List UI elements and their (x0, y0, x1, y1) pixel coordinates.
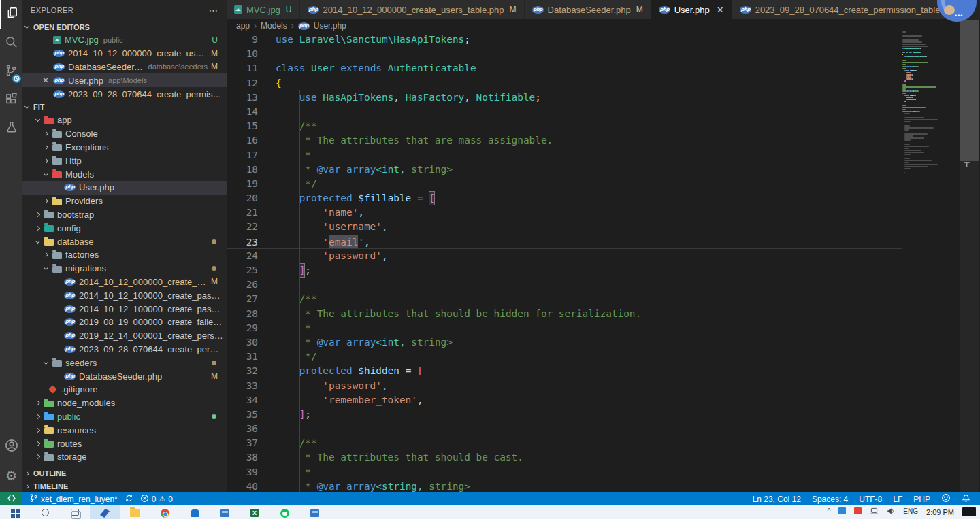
start-button[interactable] (0, 505, 30, 519)
tree-item-2019-08-19-000000-create-failed-jobs-tabl[interactable]: 2019_08_19_000000_create_failed_jobs_tab… (22, 316, 227, 329)
code-line-37[interactable]: 37 /** (227, 436, 902, 450)
taskbar-search-button[interactable] (30, 505, 60, 519)
code-line-38[interactable]: 38 * The attributes that should be cast. (227, 450, 902, 465)
code-line-29[interactable]: 29 * (227, 321, 902, 335)
tree-item-resources[interactable]: resources (22, 423, 227, 437)
code-line-27[interactable]: 27 /** (227, 292, 902, 306)
code-line-23[interactable]: 23 'email', (227, 235, 902, 249)
search-activity-button[interactable] (0, 29, 22, 57)
breadcrumb-file[interactable]: User.php (314, 21, 346, 31)
explorer-more-actions-icon[interactable]: ⋯ (209, 5, 218, 16)
code-line-21[interactable]: 21 'name', (227, 205, 902, 220)
tree-item-config[interactable]: config (22, 221, 227, 235)
timeline-section-header[interactable]: TIMELINE (22, 480, 227, 492)
blue-drop-app-button[interactable] (180, 505, 210, 519)
code-line-39[interactable]: 39 * (227, 465, 902, 480)
code-line-19[interactable]: 19 */ (227, 177, 902, 191)
tree-item-app[interactable]: app (22, 114, 227, 127)
code-line-40[interactable]: 40 * @var array<string, string> (227, 480, 902, 492)
code-line-11[interactable]: 11class User extends Authenticatable (227, 61, 902, 76)
source-control-activity-button[interactable] (0, 57, 22, 86)
tree-item-http[interactable]: Http (22, 154, 227, 167)
tray-red-app-icon[interactable] (854, 507, 862, 514)
extensions-activity-button[interactable] (0, 86, 22, 114)
tab-user-php[interactable]: User.php✕ (651, 0, 732, 19)
tree-item-2023-09-28-070644-create-permission-tab[interactable]: 2023_09_28_070644_create_permission_tab.… (22, 343, 227, 356)
tree-item-models[interactable]: Models (22, 167, 227, 181)
feedback-smiley-icon[interactable] (941, 493, 951, 505)
file-explorer-button[interactable] (120, 505, 150, 519)
task-view-button[interactable] (60, 505, 90, 519)
outline-section-header[interactable]: OUTLINE (22, 467, 227, 480)
folder-root-section-header[interactable]: FIT (22, 101, 227, 114)
code-line-9[interactable]: 9use Laravel\Sanctum\HasApiTokens; (227, 33, 902, 47)
testing-activity-button[interactable] (0, 114, 22, 143)
clock[interactable]: 2:09 PM (926, 508, 954, 516)
code-line-36[interactable]: 36 (227, 422, 902, 436)
tree-item-2014-10-12-100000-create-password-reset[interactable]: 2014_10_12_100000_create_password_reset.… (22, 288, 227, 302)
code-line-26[interactable]: 26 (227, 278, 902, 292)
code-line-13[interactable]: 13 use HasApiTokens, HasFactory, Notifia… (227, 90, 902, 105)
input-language-indicator[interactable]: ENG (903, 507, 918, 515)
code-editor[interactable]: 9use Laravel\Sanctum\HasApiTokens;1011cl… (227, 33, 902, 492)
tree-item-exceptions[interactable]: Exceptions (22, 141, 227, 154)
indentation-setting[interactable]: Spaces: 4 (812, 495, 848, 504)
tree-item-2014-10-12-000000-create-users-tab[interactable]: 2014_10_12_000000_create_users_tab...M (22, 275, 227, 289)
remote-indicator[interactable] (0, 492, 22, 505)
code-line-15[interactable]: 15 /** (227, 119, 902, 133)
code-line-10[interactable]: 10 (227, 47, 902, 61)
notification-center-button[interactable] (962, 507, 976, 516)
tree-item-providers[interactable]: Providers (22, 195, 227, 208)
tab-mvc-jpg[interactable]: MVC.jpgU (227, 0, 300, 19)
tree-item-user-php[interactable]: User.php (22, 181, 227, 195)
tree-item-seeders[interactable]: seeders (22, 356, 227, 369)
blue-window-app-button[interactable] (210, 505, 240, 519)
open-editor-databaseseeder-php[interactable]: DatabaseSeeder.phpdatabase\seedersM (22, 61, 227, 74)
tree-item-storage[interactable]: storage (22, 450, 227, 464)
code-line-17[interactable]: 17 * (227, 148, 902, 163)
eol-setting[interactable]: LF (893, 495, 902, 504)
tree-item-gitignore[interactable]: .gitignore (22, 383, 227, 397)
blue-app-button[interactable] (299, 505, 329, 519)
tree-item-bootstrap[interactable]: bootstrap (22, 208, 227, 222)
breadcrumb-segment-app[interactable]: app (236, 21, 250, 31)
chrome-button[interactable] (150, 505, 180, 519)
code-line-34[interactable]: 34 'remember_token', (227, 393, 902, 407)
open-editor-user-php[interactable]: ✕User.phpapp\Models (22, 73, 227, 87)
tab-2023-09-28-070644-create-permission-tables-php[interactable]: 2023_09_28_070644_create_permission_tabl… (732, 0, 970, 19)
problems-indicator[interactable]: 0 ⚠ 0 (140, 494, 173, 505)
minimap[interactable] (902, 31, 958, 492)
vertical-scrollbar[interactable]: T (960, 19, 979, 492)
excel-button[interactable]: X (240, 505, 270, 519)
code-line-22[interactable]: 22 'username', (227, 220, 902, 234)
tree-item-routes[interactable]: routes (22, 437, 227, 450)
close-icon[interactable]: ✕ (42, 76, 50, 85)
tab-2014-10-12-000000-create-users-table-php[interactable]: 2014_10_12_000000_create_users_table.php… (300, 0, 525, 19)
notifications-bell-icon[interactable] (962, 494, 970, 505)
tree-item-migrations[interactable]: migrations (22, 262, 227, 275)
open-editor-2014-10-12-000000-create-users-table[interactable]: 2014_10_12_000000_create_users_table...M (22, 47, 227, 61)
tree-item-databaseseeder-php[interactable]: DatabaseSeeder.phpM (22, 369, 227, 383)
cursor-position[interactable]: Ln 23, Col 12 (753, 495, 801, 504)
code-line-12[interactable]: 12{ (227, 76, 902, 90)
code-line-14[interactable]: 14 (227, 105, 902, 119)
open-editor-2023-09-28-070644-create-permission-tabl[interactable]: 2023_09_28_070644_create_permission_tabl… (22, 87, 227, 101)
tray-blue-app-icon[interactable] (838, 507, 846, 514)
git-branch-indicator[interactable]: xet_diem_ren_luyen* (29, 493, 118, 505)
code-line-18[interactable]: 18 * @var array<int, string> (227, 163, 902, 177)
breadcrumb-segment-models[interactable]: Models (261, 21, 287, 31)
code-line-16[interactable]: 16 * The attributes that are mass assign… (227, 133, 902, 148)
tree-item-console[interactable]: Console (22, 127, 227, 141)
line-messenger-button[interactable] (270, 505, 299, 519)
code-line-31[interactable]: 31 */ (227, 350, 902, 364)
tray-laptop-icon[interactable] (870, 507, 879, 516)
sync-button[interactable] (125, 494, 133, 505)
taskbar-active-app[interactable] (90, 505, 120, 519)
open-editors-section-header[interactable]: OPEN EDITORS (22, 20, 227, 33)
code-line-35[interactable]: 35 ]; (227, 407, 902, 422)
tab-databaseseeder-php[interactable]: DatabaseSeeder.phpM (525, 0, 651, 19)
tree-item-database[interactable]: database (22, 235, 227, 248)
code-line-30[interactable]: 30 * @var array<int, string> (227, 335, 902, 350)
code-line-33[interactable]: 33 'password', (227, 379, 902, 393)
account-button[interactable] (0, 433, 22, 461)
